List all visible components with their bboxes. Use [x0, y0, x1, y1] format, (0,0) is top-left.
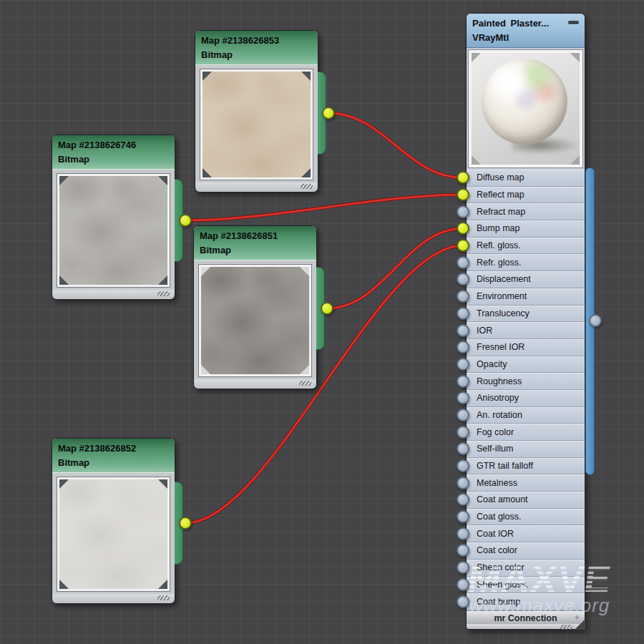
resize-grip-icon[interactable] — [157, 291, 170, 296]
slot-row: Sheen gloss. — [467, 577, 585, 594]
slot-row: Self-illum — [467, 441, 585, 458]
slot-label: Self-illum — [477, 444, 513, 454]
texture-image — [59, 479, 167, 589]
slot-label: Refract map — [477, 207, 525, 217]
node-title: Map #2138626853 — [201, 34, 318, 48]
slot-label: Fresnel IOR — [477, 342, 525, 352]
slot-label: Roughness — [477, 376, 522, 386]
node-title: Map #2138626746 — [58, 138, 175, 152]
output-socket[interactable] — [322, 107, 335, 119]
input-socket[interactable] — [457, 239, 469, 252]
input-socket[interactable] — [457, 290, 469, 303]
slot-row: Translucency — [467, 306, 585, 323]
material-output-socket[interactable] — [589, 314, 602, 327]
corner-mark-icon — [570, 155, 580, 165]
expand-plus-icon[interactable]: + — [574, 612, 580, 623]
corner-mark-icon — [59, 176, 69, 185]
corner-mark-icon — [301, 168, 311, 177]
mr-connection-label: mr Connection — [494, 613, 557, 623]
input-socket[interactable] — [457, 561, 469, 574]
input-socket[interactable] — [457, 442, 469, 455]
corner-mark-icon — [158, 176, 167, 185]
node-bitmap-853[interactable]: Map #2138626853 Bitmap — [195, 30, 318, 192]
slot-row: IOR — [467, 322, 585, 339]
input-socket[interactable] — [457, 222, 469, 235]
input-socket[interactable] — [457, 510, 469, 523]
connection-wire[interactable] — [328, 113, 463, 177]
slot-label: Opacity — [477, 359, 507, 369]
input-socket[interactable] — [457, 527, 469, 540]
slot-row: Bump map — [467, 220, 585, 238]
input-socket[interactable] — [457, 477, 469, 489]
input-socket[interactable] — [457, 205, 469, 218]
input-socket[interactable] — [457, 578, 469, 591]
corner-mark-icon — [472, 155, 481, 165]
input-socket[interactable] — [457, 409, 469, 421]
slot-row: Refl. gloss. — [467, 238, 585, 255]
resize-grip-icon[interactable] — [299, 381, 311, 386]
node-footer — [53, 290, 174, 298]
node-titlebar[interactable]: Map #2138626852 Bitmap — [52, 439, 175, 473]
mr-connection-section[interactable]: mr Connection + — [467, 610, 585, 624]
input-socket[interactable] — [457, 459, 469, 472]
slot-label: Coat bump — [477, 597, 520, 607]
input-socket[interactable] — [457, 256, 469, 269]
slot-label: GTR tail falloff — [477, 461, 533, 471]
slot-label: Fog color — [477, 427, 514, 437]
resize-grip-icon[interactable] — [560, 625, 572, 630]
input-socket[interactable] — [457, 426, 469, 439]
slot-row: Opacity — [467, 356, 585, 374]
node-vraymtl-painted-plaster[interactable]: Painted Plaster... VRayMtl Diffuse mapRe… — [466, 13, 585, 630]
connection-wire[interactable] — [185, 195, 463, 220]
corner-mark-icon — [201, 267, 210, 276]
output-socket[interactable] — [179, 214, 192, 227]
input-socket[interactable] — [457, 544, 469, 557]
resize-grip-icon[interactable] — [157, 595, 170, 600]
node-bitmap-746[interactable]: Map #2138626746 Bitmap — [52, 135, 175, 300]
output-socket[interactable] — [321, 302, 333, 315]
slot-label: Anisotropy — [477, 393, 519, 403]
slot-label: Bump map — [477, 223, 519, 233]
node-bitmap-852[interactable]: Map #2138626852 Bitmap — [52, 438, 175, 604]
input-socket[interactable] — [457, 358, 469, 371]
texture-image — [201, 267, 309, 374]
corner-mark-icon — [570, 53, 580, 62]
texture-preview[interactable] — [198, 264, 312, 377]
node-titlebar[interactable]: Map #2138626746 Bitmap — [52, 135, 175, 170]
slot-label: An. rotation — [477, 410, 522, 420]
node-titlebar[interactable]: Map #2138626853 Bitmap — [195, 31, 318, 65]
node-titlebar[interactable]: Map #2138626851 Bitmap — [194, 226, 316, 260]
slot-row: Sheen color — [467, 560, 585, 577]
node-type-label: VRayMtl — [472, 31, 585, 45]
node-bitmap-851[interactable]: Map #2138626851 Bitmap — [193, 225, 317, 389]
input-socket[interactable] — [457, 188, 469, 201]
slot-row: Fog color — [467, 424, 585, 441]
corner-mark-icon — [59, 479, 69, 489]
output-socket[interactable] — [179, 517, 192, 530]
slot-label: Coat amount — [477, 494, 528, 504]
node-titlebar[interactable]: Painted Plaster... VRayMtl — [467, 14, 585, 48]
input-socket[interactable] — [457, 391, 469, 404]
connection-wire[interactable] — [327, 228, 463, 308]
input-socket[interactable] — [457, 493, 469, 506]
node-type-label: Bitmap — [58, 152, 175, 167]
input-socket[interactable] — [457, 375, 469, 388]
texture-preview[interactable] — [57, 173, 170, 288]
slot-row: Metalness — [467, 474, 585, 492]
corner-mark-icon — [59, 275, 69, 285]
texture-preview[interactable] — [57, 477, 170, 592]
corner-mark-icon — [472, 53, 481, 62]
input-socket[interactable] — [457, 273, 469, 286]
corner-mark-icon — [201, 365, 210, 374]
input-socket[interactable] — [457, 307, 469, 320]
input-socket[interactable] — [457, 595, 469, 608]
slot-row: Coat IOR — [467, 525, 585, 542]
material-sphere-preview[interactable] — [469, 50, 582, 167]
texture-preview[interactable] — [200, 69, 313, 180]
input-socket[interactable] — [457, 171, 469, 184]
slot-label: IOR — [477, 326, 492, 336]
collapse-minus-icon[interactable] — [568, 21, 579, 24]
input-socket[interactable] — [457, 341, 469, 353]
resize-grip-icon[interactable] — [301, 184, 313, 189]
input-socket[interactable] — [457, 324, 469, 337]
